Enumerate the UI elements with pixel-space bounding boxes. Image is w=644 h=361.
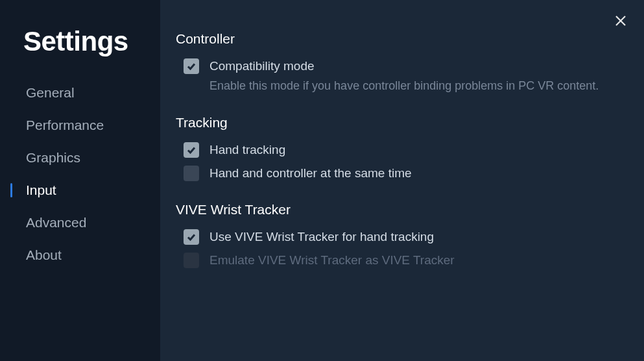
setting-label: Hand and controller at the same time <box>209 166 412 180</box>
checkbox-hand-and-controller[interactable] <box>184 166 199 181</box>
page-title: Settings <box>0 26 160 77</box>
setting-desc-compatibility-mode: Enable this mode if you have controller … <box>176 78 623 98</box>
sidebar-item-label: Graphics <box>26 150 80 166</box>
close-button[interactable] <box>612 12 630 30</box>
setting-hand-tracking[interactable]: Hand tracking <box>176 138 623 162</box>
check-icon <box>186 232 197 242</box>
setting-label: Compatibility mode <box>209 59 315 73</box>
section-title-controller: Controller <box>176 31 623 47</box>
sidebar-item-about[interactable]: About <box>0 239 160 271</box>
check-icon <box>186 61 197 71</box>
main-content: Controller Compatibility mode Enable thi… <box>160 0 644 361</box>
sidebar-item-advanced[interactable]: Advanced <box>0 206 160 239</box>
section-wrist-tracker: VIVE Wrist Tracker Use VIVE Wrist Tracke… <box>176 202 623 272</box>
sidebar-item-label: About <box>26 247 62 263</box>
setting-emulate-wrist-tracker: Emulate VIVE Wrist Tracker as VIVE Track… <box>176 249 623 272</box>
checkbox-compatibility-mode[interactable] <box>184 58 199 74</box>
sidebar-item-label: Input <box>26 182 56 198</box>
check-icon <box>186 145 197 155</box>
section-title-tracking: Tracking <box>176 115 623 131</box>
setting-hand-and-controller[interactable]: Hand and controller at the same time <box>176 162 623 185</box>
sidebar-item-graphics[interactable]: Graphics <box>0 142 160 174</box>
section-controller: Controller Compatibility mode Enable thi… <box>176 31 623 98</box>
sidebar-item-label: Performance <box>26 118 104 133</box>
sidebar-item-performance[interactable]: Performance <box>0 109 160 142</box>
section-title-wrist: VIVE Wrist Tracker <box>176 202 623 218</box>
setting-use-wrist-tracker[interactable]: Use VIVE Wrist Tracker for hand tracking <box>176 225 623 249</box>
setting-label: Use VIVE Wrist Tracker for hand tracking <box>209 230 434 244</box>
checkbox-emulate-wrist-tracker <box>184 253 199 268</box>
sidebar-item-input[interactable]: Input <box>0 174 160 206</box>
sidebar-item-label: Advanced <box>26 215 86 230</box>
sidebar-item-label: General <box>26 85 75 101</box>
sidebar-item-general[interactable]: General <box>0 77 160 109</box>
close-icon <box>615 15 626 27</box>
checkbox-hand-tracking[interactable] <box>184 142 199 158</box>
sidebar: Settings General Performance Graphics In… <box>0 0 160 361</box>
section-tracking: Tracking Hand tracking Hand and controll… <box>176 115 623 185</box>
checkbox-use-wrist-tracker[interactable] <box>184 229 199 245</box>
setting-label: Hand tracking <box>209 143 285 157</box>
setting-label: Emulate VIVE Wrist Tracker as VIVE Track… <box>209 253 455 268</box>
setting-compatibility-mode[interactable]: Compatibility mode <box>176 55 623 78</box>
